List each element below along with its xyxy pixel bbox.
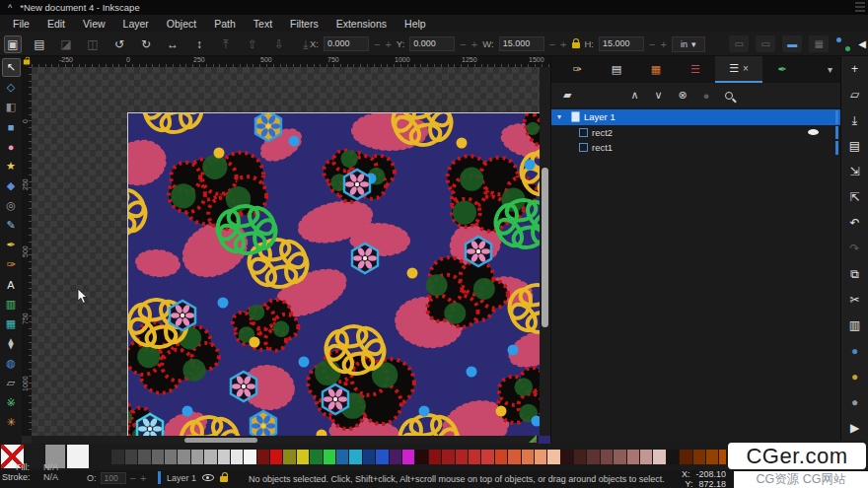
palette-swatch[interactable]	[390, 450, 401, 464]
object-row-layer-1[interactable]: ▾Layer 1	[551, 109, 840, 125]
palette-swatch[interactable]	[481, 450, 493, 464]
menu-help[interactable]: Help	[396, 16, 435, 32]
palette-swatch[interactable]	[336, 450, 348, 464]
palette-swatch[interactable]	[614, 450, 625, 464]
palette-menu-icon[interactable]	[855, 2, 865, 12]
new-document-icon[interactable]: +	[845, 60, 865, 78]
palette-swatch[interactable]	[376, 450, 388, 464]
snap-settings-icon[interactable]	[835, 36, 851, 52]
undo-icon[interactable]: ↶	[845, 214, 865, 232]
document-page[interactable]	[128, 113, 550, 444]
palette-swatch[interactable]	[165, 450, 177, 464]
palette-swatch[interactable]	[640, 450, 652, 464]
tool-spray[interactable]: ※	[2, 393, 21, 412]
palette-swatch[interactable]	[310, 450, 322, 464]
palette-swatch[interactable]	[587, 450, 599, 464]
expand-icon[interactable]: ▶	[845, 419, 865, 437]
tool-star[interactable]: ★	[2, 157, 21, 175]
rotate-cw-icon[interactable]: ↻	[137, 35, 155, 53]
print-icon[interactable]: ▤	[845, 137, 865, 155]
select-all-icon[interactable]: ▣	[4, 35, 22, 53]
expander-icon[interactable]: ▾	[557, 112, 567, 121]
white-swatch[interactable]	[67, 445, 89, 468]
tool-shape-builder[interactable]: ◧	[2, 98, 21, 116]
tool-rectangle[interactable]: ■	[2, 117, 21, 136]
raise-to-top-icon[interactable]: ⤒	[217, 35, 235, 53]
palette-swatch[interactable]	[125, 450, 137, 464]
palette-swatch[interactable]	[561, 450, 573, 464]
x-minus-button[interactable]: −	[374, 38, 380, 50]
h-plus-button[interactable]: +	[660, 38, 666, 50]
preferences-dialog-icon[interactable]: ●	[845, 393, 865, 411]
palette-swatch[interactable]	[469, 450, 480, 464]
tool-text[interactable]: A	[2, 275, 21, 294]
palette-swatch[interactable]	[99, 450, 110, 464]
close-tab-icon[interactable]: ×	[743, 63, 749, 74]
palette-swatch[interactable]	[522, 450, 534, 464]
palette-swatch[interactable]	[508, 450, 520, 464]
fill-stroke-dialog-icon[interactable]: ●	[845, 342, 865, 360]
menu-extensions[interactable]: Extensions	[327, 16, 396, 32]
hscroll-thumb[interactable]	[184, 438, 257, 443]
layer-visibility-icon[interactable]	[202, 474, 214, 481]
flip-horizontal-icon[interactable]: ↔	[164, 35, 181, 53]
palette-swatch[interactable]	[495, 450, 507, 464]
palette-swatch[interactable]	[680, 450, 691, 464]
lock-ratio-icon[interactable]	[572, 42, 580, 48]
palette-swatch[interactable]	[152, 450, 164, 464]
collapse-snapbar-button[interactable]: ◀	[858, 38, 866, 49]
move-down-icon[interactable]: ∨	[655, 89, 663, 102]
y-plus-button[interactable]: +	[471, 38, 477, 50]
palette-swatch[interactable]	[429, 450, 441, 464]
palette-swatch[interactable]	[244, 450, 255, 464]
menu-text[interactable]: Text	[245, 16, 281, 32]
horizontal-scrollbar[interactable]	[32, 436, 539, 444]
dialog-tab-swatches[interactable]: ▦	[636, 56, 676, 83]
dialog-tab-path-effects[interactable]: ✒	[762, 56, 802, 83]
palette-swatch[interactable]	[270, 450, 282, 464]
y-input[interactable]: 0.000	[409, 36, 455, 51]
dock-chevron-icon[interactable]: ▾	[828, 56, 832, 83]
redo-icon[interactable]: ↷	[845, 240, 865, 257]
export-icon[interactable]: ⇱	[845, 188, 865, 206]
guide-lock-icon[interactable]	[24, 60, 30, 65]
palette-swatch[interactable]	[204, 450, 216, 464]
opacity-plus-button[interactable]: +	[140, 472, 146, 484]
tool-selector[interactable]: ↖	[2, 58, 21, 77]
palette-swatch[interactable]	[191, 450, 203, 464]
search-icon[interactable]	[725, 92, 733, 100]
h-minus-button[interactable]: −	[649, 38, 655, 50]
menu-layer[interactable]: Layer	[114, 16, 158, 32]
opacity-minus-button[interactable]: −	[130, 472, 136, 484]
scale-stroke-toggle[interactable]: ▭	[729, 35, 749, 52]
vertical-scrollbar[interactable]	[540, 67, 550, 436]
palette-swatch[interactable]	[363, 450, 375, 464]
dialog-tab-align[interactable]: ☰	[676, 56, 715, 83]
tool-bezier-pen[interactable]: ✒	[2, 236, 21, 254]
menu-file[interactable]: File	[4, 16, 38, 32]
unit-dropdown[interactable]: in ▾	[672, 36, 705, 52]
palette-swatch[interactable]	[442, 450, 454, 464]
select-same-icon[interactable]: ◫	[84, 35, 102, 53]
x-plus-button[interactable]: +	[385, 38, 391, 50]
tool-gradient[interactable]: ▥	[2, 295, 21, 314]
y-minus-button[interactable]: −	[460, 38, 466, 50]
flip-vertical-icon[interactable]: ↕	[190, 35, 208, 53]
menu-view[interactable]: View	[74, 16, 114, 32]
import-icon[interactable]: ⇲	[845, 163, 865, 180]
move-gradients-toggle[interactable]: ▬	[782, 35, 802, 52]
menu-filters[interactable]: Filters	[281, 16, 327, 32]
w-minus-button[interactable]: −	[549, 38, 555, 50]
delete-object-icon[interactable]: ⊗	[679, 89, 687, 102]
palette-swatch[interactable]	[257, 450, 269, 464]
dialog-tab-document-properties[interactable]: ▤	[597, 56, 636, 83]
palette-swatch[interactable]	[535, 450, 546, 464]
blur-icon[interactable]: ●	[703, 90, 710, 102]
tool-box-3d[interactable]: ◆	[2, 176, 21, 195]
palette-swatch[interactable]	[415, 450, 427, 464]
tool-pencil[interactable]: ✎	[2, 216, 21, 235]
tool-spiral[interactable]: ◎	[2, 196, 21, 215]
tool-ellipse[interactable]: ●	[2, 137, 21, 156]
canvas-viewport[interactable]	[32, 67, 550, 444]
h-input[interactable]: 15.000	[599, 36, 644, 51]
